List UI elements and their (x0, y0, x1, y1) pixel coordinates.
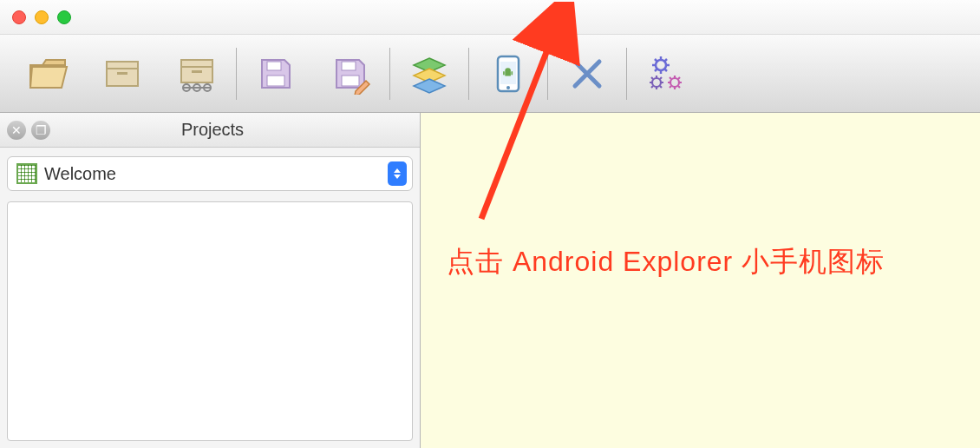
toolbar-separator (468, 48, 469, 100)
svg-rect-15 (503, 71, 505, 75)
window-titlebar (0, 0, 980, 35)
zoom-icon[interactable] (57, 10, 71, 24)
content-area: 点击 Android Explorer 小手机图标 (421, 113, 980, 448)
svg-rect-3 (192, 70, 202, 73)
toolbar-separator (389, 48, 390, 100)
chevron-updown-icon (388, 161, 407, 186)
archive-export-icon (176, 53, 218, 95)
toolbar-separator (626, 48, 627, 100)
projects-panel: ✕ ❐ Projects Welcome (0, 113, 421, 448)
save-edit-icon (330, 53, 371, 95)
panel-header: ✕ ❐ Projects (0, 113, 420, 148)
panel-close-icon[interactable]: ✕ (7, 121, 26, 140)
grid-icon (16, 163, 37, 184)
archive-box-icon (101, 53, 143, 95)
minimize-icon[interactable] (35, 10, 49, 24)
project-selector-value: Welcome (44, 164, 388, 184)
android-explorer-button[interactable] (471, 35, 546, 113)
layers-button[interactable] (392, 35, 467, 113)
main-toolbar (0, 35, 980, 113)
save-floppy-icon (255, 53, 297, 95)
toolbar-separator (236, 48, 237, 100)
folder-open-icon (27, 53, 69, 95)
save-button[interactable] (238, 35, 313, 113)
archive-button[interactable] (85, 35, 160, 113)
annotation-text: 点击 Android Explorer 小手机图标 (447, 243, 885, 281)
layers-icon (408, 53, 450, 95)
svg-rect-16 (511, 71, 513, 75)
svg-point-18 (652, 78, 661, 87)
panel-title: Projects (56, 120, 413, 140)
stop-x-icon (566, 53, 608, 95)
svg-rect-14 (505, 71, 511, 76)
settings-button[interactable] (629, 35, 703, 113)
panel-restore-icon[interactable]: ❐ (31, 121, 50, 140)
svg-point-19 (670, 78, 679, 87)
svg-rect-9 (342, 62, 356, 70)
archive-export-button[interactable] (160, 35, 234, 113)
project-selector[interactable]: Welcome (7, 156, 413, 191)
svg-rect-8 (267, 76, 284, 86)
save-edit-button[interactable] (313, 35, 388, 113)
svg-rect-1 (117, 72, 127, 75)
close-icon[interactable] (12, 10, 26, 24)
android-phone-icon (487, 53, 529, 95)
open-folder-button[interactable] (10, 35, 85, 113)
project-tree[interactable] (7, 201, 413, 441)
toolbar-separator (547, 48, 548, 100)
svg-rect-7 (267, 62, 281, 70)
svg-point-13 (506, 86, 510, 89)
gears-icon (645, 53, 687, 95)
stop-button[interactable] (550, 35, 624, 113)
svg-rect-10 (342, 76, 359, 86)
